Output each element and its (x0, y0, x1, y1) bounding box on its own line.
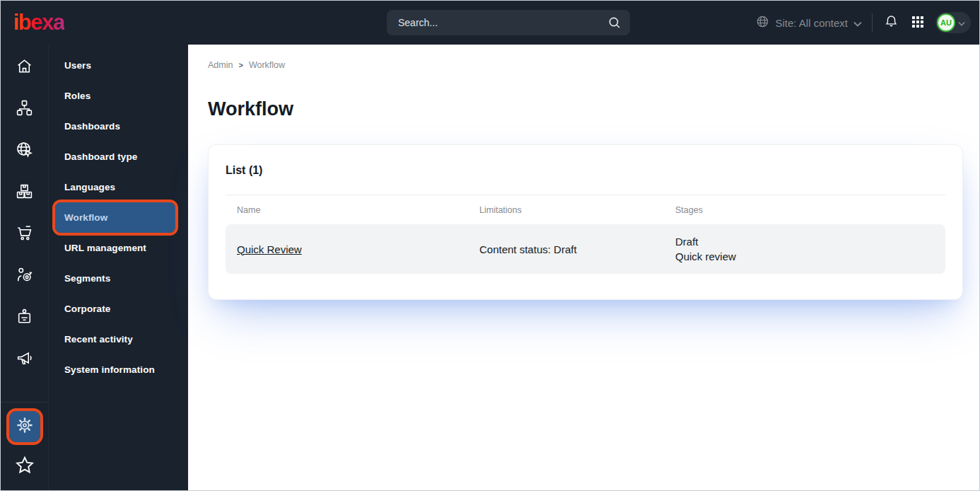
search-icon[interactable] (607, 16, 622, 33)
page-title: Workflow (208, 98, 293, 120)
breadcrumb-separator: > (238, 61, 243, 69)
column-header-name: Name (237, 205, 479, 215)
customer-badge-icon[interactable] (16, 307, 34, 325)
ibexa-logo[interactable]: ibexa (13, 10, 64, 35)
sidebar-item-label: Segments (64, 273, 110, 284)
rail-divider (1, 402, 48, 403)
column-header-stages: Stages (675, 205, 934, 215)
workflow-stages: Draft Quick review (675, 234, 934, 264)
icon-rail (1, 45, 48, 490)
chevron-down-icon (853, 17, 862, 29)
settings-gear-icon (16, 416, 34, 437)
sidebar-item-recent-activity[interactable]: Recent activity (49, 324, 188, 354)
product-boxes-icon[interactable] (16, 182, 34, 200)
sidebar-item-workflow[interactable]: Workflow (55, 202, 175, 233)
app-switcher-button[interactable] (910, 14, 926, 32)
marketing-megaphone-icon[interactable] (16, 349, 34, 367)
app-window: ibexa Site: All context (0, 0, 980, 491)
sidebar-item-label: Dashboards (64, 121, 120, 132)
workflow-limitations: Content status: Draft (479, 243, 675, 255)
search-input[interactable] (387, 10, 630, 35)
table-header: Name Limitations Stages (226, 205, 945, 215)
sidebar-item-label: Recent activity (64, 334, 133, 345)
sidebar-item-dashboard-type[interactable]: Dashboard type (49, 141, 188, 172)
sidebar-item-label: Dashboard type (64, 151, 137, 162)
sidebar-item-system-information[interactable]: System information (49, 354, 188, 385)
sidebar-item-label: Corporate (64, 304, 110, 314)
sidebar-item-languages[interactable]: Languages (49, 172, 188, 202)
sidebar-item-corporate[interactable]: Corporate (49, 294, 188, 324)
notifications-button[interactable] (882, 13, 900, 33)
breadcrumb: Admin > Workflow (208, 60, 285, 70)
commerce-cart-icon[interactable] (16, 224, 34, 242)
sidebar-item-label: Languages (64, 182, 115, 192)
column-header-limitations: Limitations (479, 205, 675, 215)
site-globe-icon (756, 15, 769, 30)
list-heading: List (1) (226, 164, 945, 177)
rail-bottom (1, 402, 48, 490)
main-content: Admin > Workflow Workflow List (1) Name … (188, 45, 979, 490)
sidebar-item-segments[interactable]: Segments (49, 263, 188, 294)
sidebar-item-label: Users (64, 60, 91, 71)
table-row: Quick Review Content status: Draft Draft… (226, 224, 945, 274)
rail-top-icons (1, 45, 48, 367)
breadcrumb-admin-link[interactable]: Admin (208, 60, 233, 70)
site-context-label: Site: All context (775, 17, 848, 29)
sidebar-item-label: Roles (64, 91, 91, 101)
topbar-divider (872, 13, 873, 32)
chevron-down-icon (958, 16, 965, 29)
home-icon[interactable] (16, 57, 34, 75)
sidebar-item-dashboards[interactable]: Dashboards (49, 111, 188, 141)
stage-item: Quick review (675, 249, 934, 264)
bookmarks-star-icon[interactable] (14, 455, 35, 479)
site-context-selector[interactable]: Site: All context (756, 15, 862, 30)
workflow-name-link[interactable]: Quick Review (237, 243, 302, 255)
app-grid-icon (911, 16, 924, 30)
sidebar-item-label: URL management (64, 243, 146, 253)
avatar: AU (937, 13, 955, 32)
settings-button-active[interactable] (9, 411, 40, 442)
stage-item: Draft (675, 234, 934, 249)
sidebar-item-label: System information (64, 364, 155, 375)
content-structure-icon[interactable] (16, 98, 34, 117)
topbar: ibexa Site: All context (1, 1, 979, 45)
global-search (387, 10, 630, 35)
breadcrumb-current: Workflow (249, 60, 285, 70)
user-menu[interactable]: AU (935, 12, 971, 33)
site-cursor-globe-icon[interactable] (16, 140, 34, 158)
card-divider (226, 195, 945, 195)
workflow-list-card: List (1) Name Limitations Stages Quick R… (208, 144, 963, 300)
sidebar-item-url-management[interactable]: URL management (49, 233, 188, 263)
sidebar-item-roles[interactable]: Roles (49, 81, 188, 111)
admin-sidebar: Users Roles Dashboards Dashboard type La… (48, 45, 188, 490)
sidebar-item-label: Workflow (64, 212, 107, 223)
personalization-target-icon[interactable] (16, 265, 34, 284)
sidebar-item-users[interactable]: Users (49, 50, 188, 81)
bell-icon (884, 14, 899, 31)
topbar-right: Site: All context (756, 1, 971, 45)
